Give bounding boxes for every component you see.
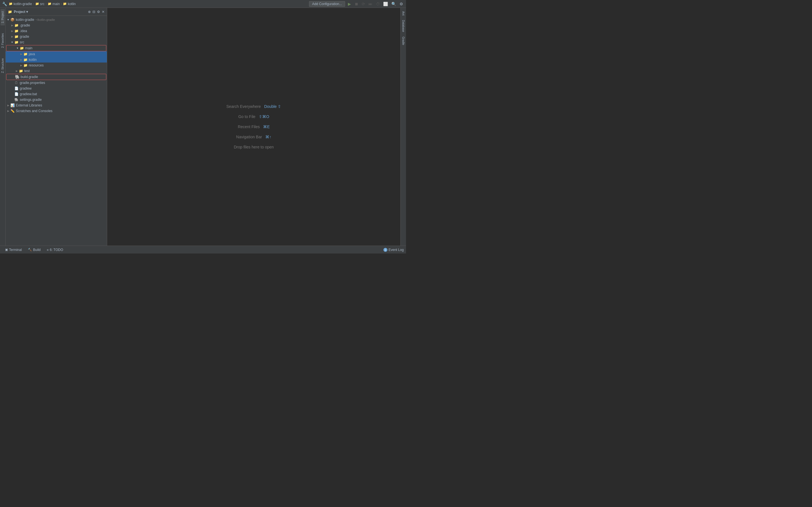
settings-icon[interactable]: ⚙ [399,1,404,7]
coverage-button[interactable]: ⏱ [375,1,380,7]
right-tab-gradle[interactable]: Gradle [401,34,405,47]
project-panel-header: 📁 Project ▾ ⊕ ⊟ ⚙ ✕ [6,8,107,16]
icon-scratches: ✏️ [10,109,15,113]
tree-item-external-libraries[interactable]: ▶ 📊 External Libraries [6,103,107,108]
tree-item-kotlin[interactable]: ▶ 📁 kotlin [6,57,107,62]
right-strip: Ant Database Gradle [400,8,406,245]
arrow-main: ▼ [15,47,19,50]
close-panel-icon[interactable]: ✕ [102,10,105,14]
breadcrumb-sep-1: › [33,2,34,5]
sidebar-item-favorites[interactable]: 2: Favorites [1,31,5,50]
hint-search-everywhere: Search Everywhere Double ⇧ [226,104,281,109]
collapse-all-icon[interactable]: ⊕ [88,10,91,14]
tree-item-java[interactable]: ▶ 📁 java [6,51,107,57]
label-gradle-properties: gradle.properties [20,81,45,85]
tree-item-main[interactable]: ▼ 📁 main [6,45,106,51]
label-scratches: Scratches and Consoles [16,109,52,113]
project-panel-icon: 📁 [8,10,12,14]
main-icon: 📁 [48,2,52,6]
todo-label: 6: TODO [50,248,63,252]
editor-area: Search Everywhere Double ⇧ Go to File ⇧⌘… [107,8,400,245]
label-main: main [25,46,33,50]
breadcrumb-sep-3: › [61,2,62,5]
label-external-libraries: External Libraries [16,103,42,107]
build-label: Build [33,248,41,252]
sidebar-item-project[interactable]: 1: Project [1,9,5,25]
event-log-label: Event Log [389,248,404,252]
run-config-button[interactable]: Add Configuration... [309,1,345,7]
arrow-resources: ▶ [19,64,23,67]
breadcrumb-src[interactable]: 📁 src [35,2,45,6]
build-icon: 🔨 [28,248,32,251]
icon-gradle-properties: 🗒 [14,80,18,85]
icon-gradlew: 📄 [14,86,18,91]
settings-gear-icon[interactable]: ⚙ [97,10,100,14]
arrow-scratches: ▶ [6,110,10,112]
project-tree: ▼ 📦 kotlin-gradle ~/kotlin-gradle ▶ 📁 .g… [6,16,107,245]
kotlin-icon: 📁 [63,2,67,6]
event-log-button[interactable]: 1 Event Log [384,248,404,252]
breadcrumb-main[interactable]: 📁 main [48,2,60,6]
tree-item-gradlew-bat[interactable]: ▶ 📄 gradlew.bat [6,91,107,97]
tree-item-build-gradle[interactable]: ▶ 🐘 build.gradle [6,74,106,80]
tree-item-idea[interactable]: ▶ 📁 .idea [6,28,107,34]
breadcrumb-kotlin-label: kotlin [68,2,75,6]
run-button[interactable]: ▶ [347,1,352,7]
hint-drop-label: Drop files here to open [234,145,274,149]
right-tab-ant[interactable]: Ant [401,9,405,18]
rebuild-button[interactable]: ⟳ [361,1,366,7]
debug-button[interactable]: ⏭ [368,1,373,7]
label-idea: .idea [20,29,27,33]
project-panel: 📁 Project ▾ ⊕ ⊟ ⚙ ✕ ▼ 📦 kotlin-gradle ~/… [6,8,107,245]
build-tab[interactable]: 🔨 Build [25,247,43,252]
arrow-external-libraries: ▶ [6,104,10,107]
arrow-test: ▶ [15,69,18,72]
tree-item-src[interactable]: ▼ 📁 src [6,40,107,45]
app-icon: 🔧 [2,2,7,6]
icon-kotlin: 📁 [23,57,28,62]
titlebar: 🔧 📁 kotlin-gradle › 📁 src › 📁 main › 📁 k… [0,0,406,8]
tree-item-gradle-hidden[interactable]: ▶ 📁 .gradle [6,22,107,28]
arrow-idea: ▶ [10,30,14,33]
breadcrumb-kotlin[interactable]: 📁 kotlin [63,2,75,6]
arrow-gradle-folder: ▶ [10,35,14,38]
tree-item-kotlin-gradle[interactable]: ▼ 📦 kotlin-gradle ~/kotlin-gradle [6,17,107,22]
label-src: src [20,40,24,44]
sidebar-item-structure[interactable]: Z: Structure [1,56,5,75]
icon-gradlew-bat: 📄 [14,92,18,96]
icon-test: 📁 [18,69,23,73]
hint-recent-label: Recent Files [238,124,260,129]
tree-item-gradle-folder[interactable]: ▶ 📁 gradle [6,34,107,40]
label-gradle-folder: gradle [20,35,29,39]
hint-search-shortcut: Double ⇧ [264,104,281,109]
label-gradlew-bat: gradlew.bat [20,92,37,96]
hint-navigation-bar: Navigation Bar ⌘↑ [236,135,271,139]
tree-item-gradle-properties[interactable]: ▶ 🗒 gradle.properties [6,80,107,86]
bottom-bar: ▣ Terminal 🔨 Build ≡ 6: TODO 1 Event Log [0,245,406,253]
expand-all-icon[interactable]: ⊟ [93,10,95,14]
todo-tab[interactable]: ≡ 6: TODO [44,247,66,252]
icon-java: 📁 [23,52,28,56]
tree-item-test[interactable]: ▶ 📁 test [6,68,107,74]
tree-item-settings-gradle[interactable]: ▶ 🐘 settings.gradle [6,97,107,103]
arrow-gradle-hidden: ▶ [10,24,14,27]
terminal-tab[interactable]: ▣ Terminal [2,247,24,252]
search-everywhere-icon[interactable]: 🔍 [391,1,397,7]
src-icon: 📁 [35,2,39,6]
profile-button[interactable]: ⬜ [383,1,389,7]
label-settings-gradle: settings.gradle [20,98,42,102]
breadcrumb-main-label: main [52,2,60,6]
right-tab-database[interactable]: Database [401,18,405,34]
tree-item-scratches[interactable]: ▶ ✏️ Scratches and Consoles [6,108,107,114]
titlebar-right: Add Configuration... ▶ ⏹ ⟳ ⏭ ⏱ ⬜ 🔍 ⚙ [309,0,404,8]
breadcrumb-project-name[interactable]: kotlin-gradle [13,2,32,6]
breadcrumb: 📁 kotlin-gradle › 📁 src › 📁 main › 📁 kot… [9,2,75,6]
stop-button[interactable]: ⏹ [354,1,359,7]
label-kotlin-gradle: kotlin-gradle [16,18,34,22]
tree-item-resources[interactable]: ▶ 📁 resources [6,62,107,68]
hint-nav-shortcut: ⌘↑ [265,135,271,139]
icon-gradle-hidden: 📁 [14,23,18,27]
icon-resources: 📁 [23,63,28,68]
bottom-right-area: 1 Event Log [384,248,404,252]
tree-item-gradlew[interactable]: ▶ 📄 gradlew [6,86,107,91]
